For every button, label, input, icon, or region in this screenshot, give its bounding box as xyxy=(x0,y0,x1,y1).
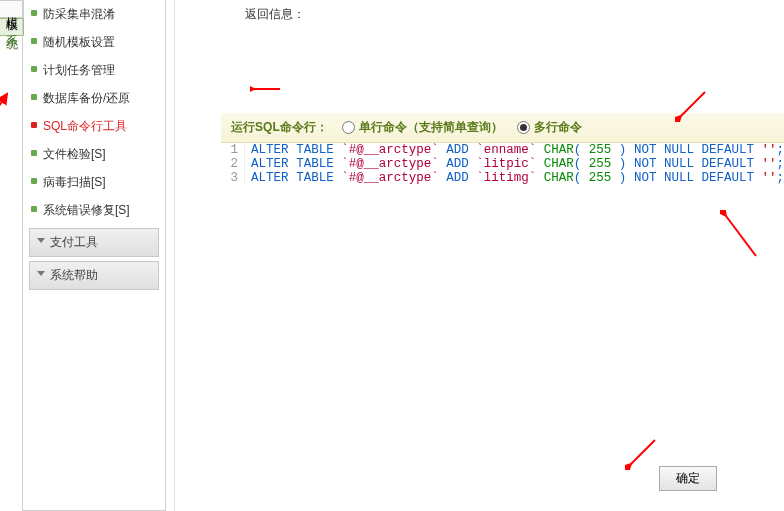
tab-system[interactable]: 系统 xyxy=(0,18,24,36)
svg-line-0 xyxy=(0,94,7,124)
line-number: 3 xyxy=(221,171,245,185)
line-number: 2 xyxy=(221,157,245,171)
radio-checked-icon xyxy=(517,121,530,134)
code-line: 2ALTER TABLE `#@__arctype` ADD `litpic` … xyxy=(221,157,784,171)
code-line: 1ALTER TABLE `#@__arctype` ADD `enname` … xyxy=(221,143,784,157)
sidebar: 防采集串混淆 随机模板设置 计划任务管理 数据库备份/还原 SQL命令行工具 文… xyxy=(22,0,166,511)
radio-unchecked-icon xyxy=(342,121,355,134)
tab-template[interactable]: 模板 xyxy=(0,0,24,18)
run-sql-label: 运行SQL命令行： xyxy=(231,119,328,136)
ok-button[interactable]: 确定 xyxy=(659,466,717,491)
code-line: 3ALTER TABLE `#@__arctype` ADD `litimg` … xyxy=(221,171,784,185)
svg-line-2 xyxy=(681,92,705,116)
sql-editor[interactable]: 1ALTER TABLE `#@__arctype` ADD `enname` … xyxy=(221,143,784,185)
option-single-line[interactable]: 单行命令（支持简单查询） xyxy=(342,119,503,136)
code-text: ALTER TABLE `#@__arctype` ADD `enname` C… xyxy=(245,143,784,157)
svg-line-3 xyxy=(726,216,756,256)
arrow-icon xyxy=(250,82,282,96)
option-multi-label: 多行命令 xyxy=(534,119,582,136)
sidebar-group-pay[interactable]: 支付工具 xyxy=(29,228,159,257)
arrow-icon xyxy=(675,88,709,122)
sidebar-item-dbbackup[interactable]: 数据库备份/还原 xyxy=(23,84,165,112)
side-tabs: 模板 系统 xyxy=(0,0,22,511)
option-single-label: 单行命令（支持简单查询） xyxy=(359,119,503,136)
line-number: 1 xyxy=(221,143,245,157)
arrow-icon xyxy=(720,210,760,260)
code-text: ALTER TABLE `#@__arctype` ADD `litpic` C… xyxy=(245,157,784,171)
sidebar-item-filecheck[interactable]: 文件检验[S] xyxy=(23,140,165,168)
sidebar-item-errfix[interactable]: 系统错误修复[S] xyxy=(23,196,165,224)
arrow-icon xyxy=(0,90,11,126)
sidebar-item-randtpl[interactable]: 随机模板设置 xyxy=(23,28,165,56)
sidebar-item-antispam[interactable]: 防采集串混淆 xyxy=(23,0,165,28)
option-multi-line[interactable]: 多行命令 xyxy=(517,119,582,136)
return-info-label: 返回信息： xyxy=(245,6,784,23)
svg-line-4 xyxy=(631,440,655,464)
sidebar-item-schedule[interactable]: 计划任务管理 xyxy=(23,56,165,84)
main-panel: 返回信息： 运行SQL命令行： 单行命令（支持简单查询） 多行命令 1ALTER… xyxy=(174,0,784,511)
sidebar-item-sqlcmd[interactable]: SQL命令行工具 xyxy=(23,112,165,140)
sidebar-group-help[interactable]: 系统帮助 xyxy=(29,261,159,290)
sidebar-item-virus[interactable]: 病毒扫描[S] xyxy=(23,168,165,196)
arrow-icon xyxy=(625,436,659,470)
code-text: ALTER TABLE `#@__arctype` ADD `litimg` C… xyxy=(245,171,784,185)
